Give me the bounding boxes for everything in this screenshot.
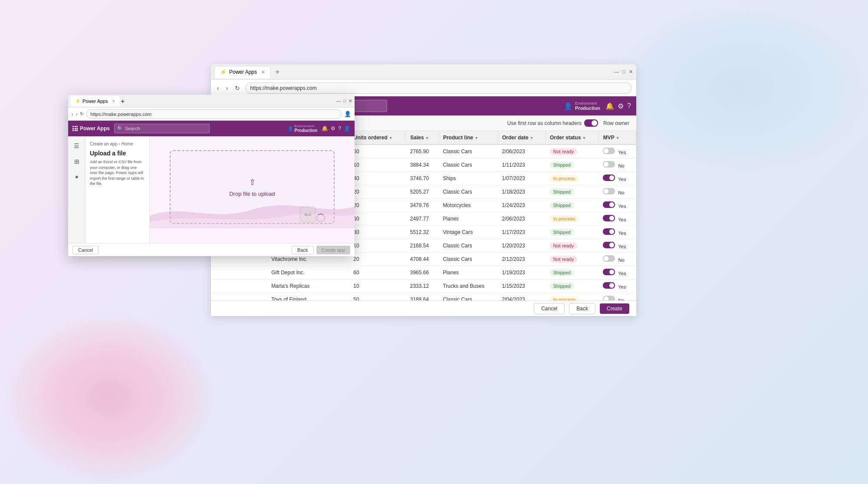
mvp-toggle[interactable]: [603, 161, 615, 168]
mvp-toggle[interactable]: [603, 296, 615, 300]
col-order-date[interactable]: Order date▼: [497, 131, 545, 145]
row-owner-toggle-container: Row owner: [603, 120, 629, 126]
cell-mvp[interactable]: Yes: [598, 199, 636, 212]
env-name-back: Production: [575, 105, 600, 111]
col-sales[interactable]: Sales▼: [406, 131, 439, 145]
win-close-front[interactable]: ✕: [349, 99, 352, 103]
nav-forward-front[interactable]: ›: [76, 112, 78, 117]
tab-add-back[interactable]: +: [273, 67, 282, 77]
sidebar-icon-apps[interactable]: ✦: [71, 171, 83, 183]
mvp-toggle[interactable]: [603, 269, 615, 275]
notif-icon-back[interactable]: 🔔: [605, 102, 614, 110]
url-text-back: https://make.powerapps.com: [250, 85, 316, 91]
first-row-toggle[interactable]: [584, 119, 598, 127]
cell-status: Not ready: [546, 239, 599, 253]
settings-icon-back[interactable]: ⚙: [618, 102, 624, 110]
help-icon-back[interactable]: ?: [627, 102, 631, 110]
cell-status: Shipped: [546, 158, 599, 172]
drop-label: Drop file to upload: [229, 191, 275, 197]
cell-sales: 3965.66: [406, 266, 439, 280]
cell-mvp[interactable]: Yes: [598, 172, 636, 185]
address-input-front[interactable]: https://make.powerapps.com: [86, 109, 342, 119]
win-minimize-back[interactable]: —: [614, 69, 619, 75]
mvp-toggle[interactable]: [603, 175, 615, 181]
user-icon-front[interactable]: 👤: [344, 111, 351, 117]
cell-star[interactable]: [250, 280, 267, 293]
mvp-toggle[interactable]: [603, 242, 615, 248]
icon-btns-back: 🔔 ⚙ ?: [605, 102, 631, 110]
cell-product-line: Trucks and Buses: [438, 280, 497, 293]
mvp-toggle[interactable]: [603, 201, 615, 208]
cell-mvp[interactable]: Yes: [598, 266, 636, 280]
mvp-toggle[interactable]: [603, 228, 615, 235]
cell-mvp[interactable]: No: [598, 293, 636, 301]
cell-product-line: Classic Cars: [438, 293, 497, 301]
tab-powerapps-front[interactable]: ⚡ Power Apps ✕: [71, 96, 120, 106]
cell-product-line: Motorcycles: [438, 199, 497, 212]
tab-add-front[interactable]: +: [121, 98, 125, 105]
cancel-button-front[interactable]: Cancel: [72, 246, 99, 254]
cell-sales: 3746.70: [406, 172, 439, 185]
col-units[interactable]: Units ordered▼: [349, 131, 406, 145]
upload-area: ⇧ Drop file to upload XLS: [150, 136, 355, 243]
mvp-toggle[interactable]: [603, 188, 615, 194]
col-order-status[interactable]: Order status▼: [546, 131, 599, 145]
back-button-front[interactable]: Back: [292, 246, 313, 254]
inner-help-icon[interactable]: ?: [338, 125, 341, 132]
sidebar-icon-menu[interactable]: ☰: [71, 140, 83, 152]
inner-settings-icon[interactable]: ⚙: [331, 125, 335, 132]
inner-pa-logo: Power Apps: [72, 125, 110, 132]
mvp-toggle[interactable]: [603, 282, 615, 289]
bottom-right-buttons: Back Create app: [292, 246, 350, 254]
cell-sales: 3188.64: [406, 293, 439, 301]
cell-star[interactable]: [250, 293, 267, 301]
breadcrumb-current: Home: [122, 142, 133, 146]
cell-mvp[interactable]: No: [598, 185, 636, 199]
cell-mvp[interactable]: Yes: [598, 212, 636, 226]
cell-mvp[interactable]: Yes: [598, 280, 636, 293]
inner-search-placeholder: Search: [125, 126, 140, 131]
cell-mvp[interactable]: Yes: [598, 239, 636, 253]
win-maximize-back[interactable]: □: [622, 69, 625, 75]
cancel-button-back[interactable]: Cancel: [534, 303, 565, 314]
nav-forward-back[interactable]: ›: [224, 84, 230, 92]
cell-status: Not ready: [546, 145, 599, 158]
win-maximize-front[interactable]: □: [343, 99, 346, 103]
tab-close-back[interactable]: ✕: [261, 69, 265, 75]
cell-mvp[interactable]: No: [598, 158, 636, 172]
back-button-back[interactable]: Back: [569, 303, 595, 314]
cell-mvp[interactable]: Yes: [598, 226, 636, 239]
inner-notif-icon[interactable]: 🔔: [322, 125, 328, 132]
address-input-back[interactable]: https://make.powerapps.com: [245, 82, 632, 94]
tab-close-front[interactable]: ✕: [112, 99, 115, 103]
win-minimize-front[interactable]: —: [336, 99, 341, 103]
breadcrumb-arrow: ›: [118, 142, 120, 146]
cell-sales: 3884.34: [406, 158, 439, 172]
cell-mvp[interactable]: Yes: [598, 145, 636, 158]
win-controls-front: — □ ✕: [336, 99, 352, 103]
col-mvp[interactable]: MVP▼: [598, 131, 636, 145]
col-product-line[interactable]: Product line▼: [438, 131, 497, 145]
nav-back-front[interactable]: ‹: [72, 112, 73, 117]
inner-pa-search[interactable]: 🔍 Search: [114, 124, 210, 133]
cell-order-date: 1/24/2023: [497, 199, 545, 212]
nav-back-back[interactable]: ‹: [215, 84, 221, 92]
sidebar-icon-home[interactable]: ⊞: [71, 155, 83, 168]
background-blob-blue: [608, 0, 868, 174]
cell-sales: 2497.77: [406, 212, 439, 226]
mvp-toggle[interactable]: [603, 148, 615, 154]
inner-user-avatar[interactable]: 👤: [344, 125, 350, 132]
create-button-back[interactable]: Create: [600, 303, 629, 314]
cell-units: 50: [349, 293, 406, 301]
tab-powerapps-back[interactable]: ⚡ Power Apps ✕: [214, 66, 271, 78]
create-button-front[interactable]: Create app: [316, 246, 350, 254]
mvp-toggle[interactable]: [603, 215, 615, 221]
nav-refresh-front[interactable]: ↻: [80, 111, 84, 117]
cell-mvp[interactable]: No: [598, 253, 636, 266]
cell-star[interactable]: [250, 266, 267, 280]
nav-refresh-back[interactable]: ↻: [233, 84, 242, 92]
win-close-back[interactable]: ✕: [629, 69, 633, 75]
mvp-toggle[interactable]: [603, 255, 615, 262]
first-row-toggle-container: Use first row as column headers: [507, 119, 598, 127]
inner-sidebar: ☰ ⊞ ✦: [68, 136, 85, 243]
